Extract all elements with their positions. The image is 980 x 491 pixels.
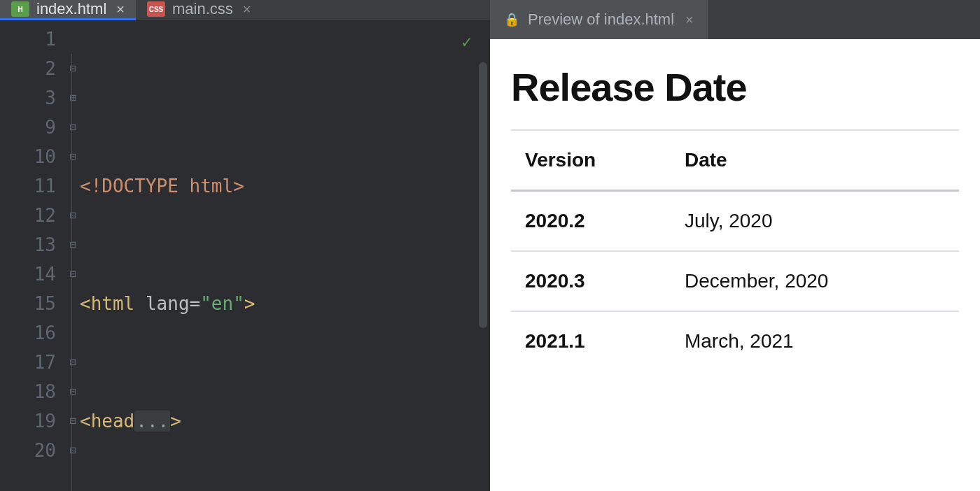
cell-version: 2020.2 (511, 191, 671, 252)
close-icon[interactable]: × (685, 12, 694, 28)
cell-version: 2021.1 (511, 311, 671, 371)
line-number: 18 (0, 377, 56, 406)
line-number: 10 (0, 142, 56, 171)
line-number: 12 (0, 201, 56, 230)
line-number: 17 (0, 348, 56, 377)
line-number: 13 (0, 230, 56, 259)
line-gutter: 1 2 3 9 10 11 12 13 14 15 16 17 18 19 20 (0, 20, 66, 491)
code-token: > (170, 411, 181, 432)
fold-toggle-icon[interactable]: ⊟ (66, 230, 80, 259)
code-area[interactable]: ✓ <!DOCTYPE html> <html lang="en"> <head… (80, 20, 490, 491)
line-number: 2 (0, 54, 56, 83)
tab-index-html[interactable]: H index.html × (0, 0, 136, 20)
cell-version: 2020.3 (511, 251, 671, 311)
line-number: 3 (0, 83, 56, 113)
code-token: > (244, 293, 255, 314)
fold-toggle-icon[interactable]: ⊟ (66, 406, 80, 436)
table-row: 2021.1 March, 2021 (511, 311, 959, 371)
editor-tabstrip: H index.html × CSS main.css × (0, 0, 490, 20)
tab-main-css[interactable]: CSS main.css × (136, 0, 262, 20)
tab-label: Preview of index.html (528, 10, 674, 29)
code-token: lang (146, 293, 190, 314)
cell-date: March, 2021 (671, 311, 959, 371)
fold-toggle-icon[interactable]: ⊟ (66, 113, 80, 142)
preview-body: Release Date Version Date 2020.2 July, 2… (490, 39, 980, 491)
code-editor[interactable]: 1 2 3 9 10 11 12 13 14 15 16 17 18 19 20… (0, 20, 490, 491)
line-number: 15 (0, 289, 56, 318)
cell-date: December, 2020 (671, 251, 959, 311)
fold-toggle-icon[interactable]: ⊟ (66, 348, 80, 377)
code-token: html (91, 293, 135, 314)
table-row: 2020.3 December, 2020 (511, 251, 959, 311)
code-token: < (80, 411, 91, 432)
th-date: Date (671, 130, 959, 191)
table-header-row: Version Date (511, 130, 959, 191)
tab-label: index.html (36, 0, 106, 18)
html-file-icon: H (11, 1, 29, 17)
table-row: 2020.2 July, 2020 (511, 191, 959, 252)
fold-toggle-icon[interactable]: ⊟ (66, 259, 80, 289)
tab-preview[interactable]: 🔒 Preview of index.html × (490, 0, 708, 39)
fold-toggle-icon[interactable]: ⊞ (66, 83, 80, 113)
inspection-ok-icon[interactable]: ✓ (462, 27, 472, 57)
fold-guide (71, 54, 72, 491)
fold-toggle-icon[interactable]: ⊟ (66, 377, 80, 406)
code-token: < (80, 293, 91, 314)
tab-label: main.css (172, 0, 233, 18)
line-number: 1 (0, 24, 56, 54)
close-icon[interactable]: × (243, 1, 251, 17)
close-icon[interactable]: × (116, 1, 125, 17)
folded-placeholder[interactable]: ... (134, 411, 170, 432)
preview-tabstrip: 🔒 Preview of index.html × (490, 0, 980, 39)
release-table: Version Date 2020.2 July, 2020 2020.3 De… (511, 129, 959, 371)
line-number: 16 (0, 318, 56, 348)
code-token: "en" (200, 293, 244, 314)
right-pane: 🔒 Preview of index.html × Release Date V… (490, 0, 980, 491)
cell-date: July, 2020 (671, 191, 959, 252)
th-version: Version (511, 130, 671, 191)
lock-icon: 🔒 (504, 12, 519, 27)
line-number: 9 (0, 113, 56, 142)
preview-heading: Release Date (511, 64, 959, 110)
fold-toggle-icon[interactable]: ⊟ (66, 54, 80, 83)
line-number: 20 (0, 436, 56, 465)
fold-toggle-icon[interactable]: ⊟ (66, 142, 80, 171)
line-number: 19 (0, 406, 56, 436)
code-token: head (91, 411, 135, 432)
scrollbar[interactable] (479, 62, 487, 328)
code-token (134, 293, 146, 314)
line-number: 11 (0, 171, 56, 201)
fold-column: ⊟ ⊞ ⊟ ⊟ ⊟ ⊟ ⊟ ⊟ ⊟ ⊟ ⊟ (66, 20, 80, 491)
code-token: = (190, 293, 201, 314)
fold-toggle-icon[interactable]: ⊟ (66, 436, 80, 465)
code-token: <!DOCTYPE html> (80, 176, 244, 197)
left-pane: H index.html × CSS main.css × 1 2 3 9 10… (0, 0, 490, 491)
line-number: 14 (0, 259, 56, 289)
css-file-icon: CSS (147, 1, 165, 17)
fold-toggle-icon[interactable]: ⊟ (66, 201, 80, 230)
